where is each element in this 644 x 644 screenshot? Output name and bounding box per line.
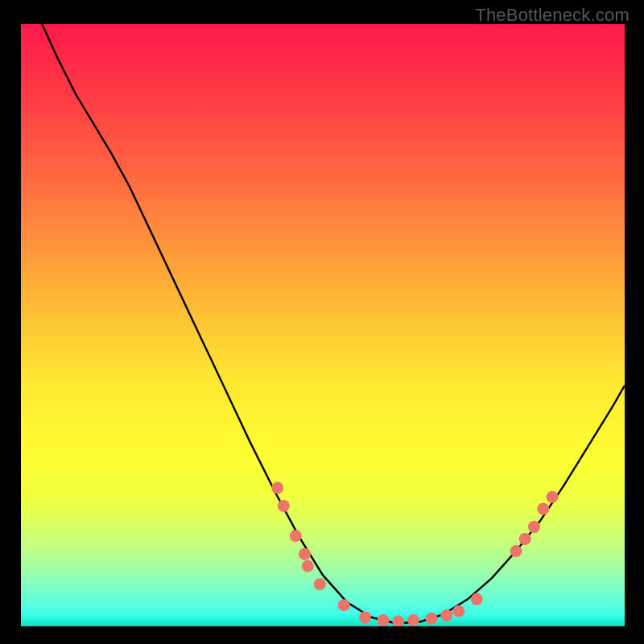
scatter-point <box>547 491 559 503</box>
scatter-point <box>426 613 438 625</box>
chart-plot-area <box>21 24 625 626</box>
scatter-point <box>407 614 419 626</box>
scatter-point <box>271 481 283 493</box>
chart-svg <box>21 24 625 626</box>
scatter-point <box>510 545 522 557</box>
scatter-point <box>537 503 549 515</box>
watermark-text: TheBottleneck.com <box>475 5 630 26</box>
scatter-point <box>338 599 350 611</box>
scatter-point <box>278 500 290 512</box>
scatter-point <box>528 521 540 533</box>
scatter-point <box>299 548 311 560</box>
scatter-point <box>519 533 531 545</box>
scatter-point <box>440 609 452 621</box>
scatter-point <box>392 616 404 626</box>
scatter-point <box>290 530 302 542</box>
scatter-point <box>314 578 326 590</box>
scatter-point <box>452 605 464 617</box>
scatter-point <box>471 593 483 605</box>
scatter-point <box>359 611 371 623</box>
scatter-point <box>378 614 390 626</box>
bottleneck-curve <box>42 24 625 623</box>
scatter-points <box>271 481 558 626</box>
scatter-point <box>302 560 314 572</box>
